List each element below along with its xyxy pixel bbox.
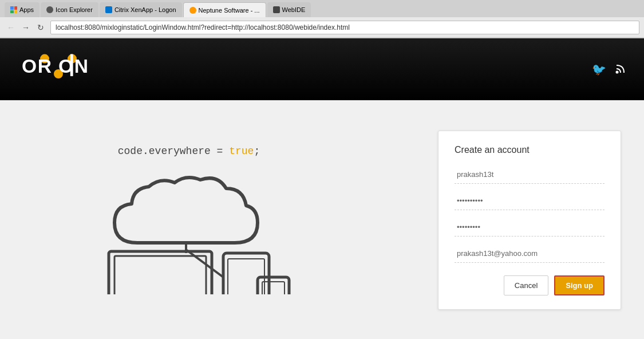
- forward-button[interactable]: →: [19, 21, 32, 34]
- webide-favicon: [273, 6, 280, 13]
- illustration: code.everywhere = true;: [23, 145, 355, 294]
- svg-text:ON: ON: [58, 56, 89, 77]
- main-area: code.everywhere = true;: [0, 100, 644, 339]
- svg-rect-8: [114, 256, 206, 294]
- cancel-button[interactable]: Cancel: [504, 275, 548, 295]
- tab-citrix-label: Citrix XenApp - Logon: [114, 6, 176, 13]
- apps-favicon: [10, 6, 17, 13]
- back-button[interactable]: ←: [5, 21, 17, 34]
- tab-icon-explorer[interactable]: Icon Explorer: [41, 2, 98, 17]
- site-header: OR ON 🐦: [0, 38, 644, 100]
- tab-neptune[interactable]: Neptune Software - ...: [183, 2, 266, 17]
- tab-webide[interactable]: WebIDE: [267, 2, 311, 17]
- tab-citrix[interactable]: Citrix XenApp - Logon: [100, 2, 182, 17]
- svg-rect-13: [262, 282, 285, 294]
- tab-icon-explorer-label: Icon Explorer: [56, 6, 93, 13]
- username-field[interactable]: [455, 165, 605, 184]
- signup-button[interactable]: Sign up: [554, 275, 605, 295]
- icon-explorer-favicon: [46, 6, 53, 13]
- rss-icon[interactable]: [615, 62, 627, 77]
- address-bar[interactable]: [50, 21, 639, 34]
- browser-chrome: Apps Icon Explorer Citrix XenApp - Logon…: [0, 0, 644, 38]
- code-true: true: [229, 145, 254, 157]
- twitter-icon[interactable]: 🐦: [592, 62, 606, 76]
- browser-nav: ← → ↻: [0, 17, 644, 38]
- tab-neptune-label: Neptune Software - ...: [199, 7, 260, 14]
- confirm-password-field[interactable]: [455, 218, 605, 236]
- orion-logo: OR ON: [17, 46, 109, 92]
- reload-button[interactable]: ↻: [34, 21, 47, 34]
- page-content: OR ON 🐦 code.everywhere = true;: [0, 38, 644, 339]
- svg-point-6: [616, 70, 619, 73]
- devices-illustration: [80, 163, 298, 294]
- code-prefix: code.everywhere =: [118, 145, 229, 157]
- header-icons: 🐦: [592, 62, 627, 77]
- panel-title: Create an account: [455, 145, 605, 155]
- tab-webide-label: WebIDE: [282, 6, 306, 13]
- svg-rect-5: [70, 54, 73, 76]
- code-suffix: ;: [254, 145, 260, 157]
- form-buttons: Cancel Sign up: [455, 275, 605, 295]
- nav-buttons: ← → ↻: [5, 21, 47, 34]
- neptune-favicon: [189, 7, 196, 14]
- code-text: code.everywhere = true;: [118, 145, 260, 157]
- tabs-bar: Apps Icon Explorer Citrix XenApp - Logon…: [0, 0, 644, 17]
- password-field[interactable]: [455, 192, 605, 210]
- svg-line-15: [186, 250, 223, 277]
- email-field[interactable]: [455, 245, 605, 263]
- signup-panel: Create an account Cancel Sign up: [438, 131, 621, 310]
- svg-text:OR: OR: [22, 56, 53, 77]
- tab-apps[interactable]: Apps: [5, 2, 39, 17]
- orion-logo-svg: OR ON: [17, 46, 109, 92]
- citrix-favicon: [105, 6, 112, 13]
- tab-apps-label: Apps: [19, 6, 34, 13]
